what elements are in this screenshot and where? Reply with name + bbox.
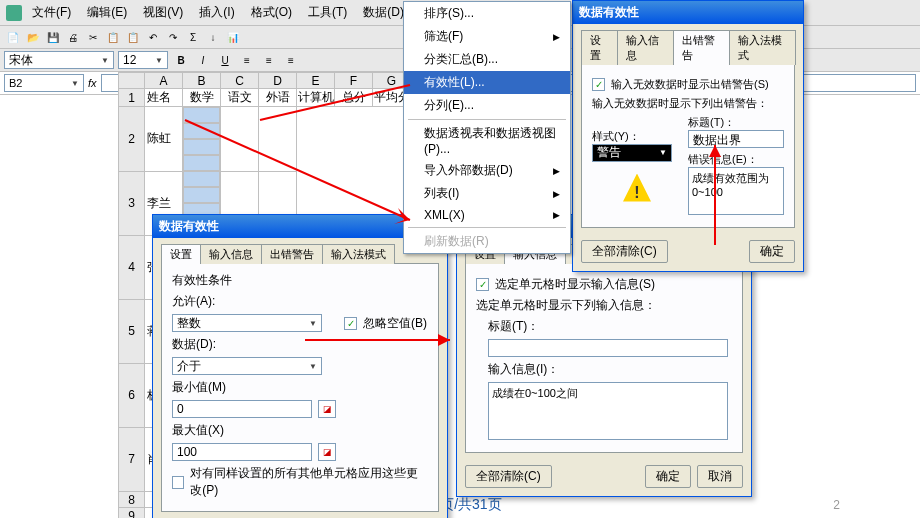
cut-icon[interactable]: ✂ xyxy=(84,28,102,46)
tab-settings[interactable]: 设置 xyxy=(581,30,618,65)
ref-button[interactable]: ◪ xyxy=(318,443,336,461)
tab-ime[interactable]: 输入法模式 xyxy=(322,244,395,264)
menu-list[interactable]: 列表(I)▶ xyxy=(404,182,570,205)
dialog-title: 数据有效性 xyxy=(579,4,639,21)
ref-button[interactable]: ◪ xyxy=(318,400,336,418)
style-select[interactable]: 警告▼ xyxy=(592,144,672,162)
save-icon[interactable]: 💾 xyxy=(44,28,62,46)
menu-validation[interactable]: 有效性(L)... xyxy=(404,71,570,94)
cell-B1[interactable]: 数学 xyxy=(183,89,221,107)
criteria-label: 有效性条件 xyxy=(172,272,428,289)
print-icon[interactable]: 🖨 xyxy=(64,28,82,46)
dialog-validation-settings: 数据有效性 ✕ 设置 输入信息 出错警告 输入法模式 有效性条件 允许(A): … xyxy=(152,214,448,518)
size-select[interactable]: 12▼ xyxy=(118,51,168,69)
error-msg-textarea[interactable]: 成绩有效范围为0~100 xyxy=(688,167,784,215)
allow-select[interactable]: 整数▼ xyxy=(172,314,322,332)
max-input[interactable]: 100 xyxy=(172,443,312,461)
italic-icon[interactable]: I xyxy=(194,51,212,69)
tab-error-alert[interactable]: 出错警告 xyxy=(261,244,323,264)
fx-icon[interactable]: fx xyxy=(88,77,97,89)
menu-edit[interactable]: 编辑(E) xyxy=(81,2,133,23)
chart-icon[interactable]: 📊 xyxy=(224,28,242,46)
bold-icon[interactable]: B xyxy=(172,51,190,69)
redo-icon[interactable]: ↷ xyxy=(164,28,182,46)
col-C[interactable]: C xyxy=(221,73,259,89)
tab-input-msg[interactable]: 输入信息 xyxy=(617,30,674,65)
ok-button[interactable]: 确定 xyxy=(749,240,795,263)
menu-refresh: 刷新数据(R) xyxy=(404,230,570,253)
message-textarea[interactable]: 成绩在0~100之间 xyxy=(488,382,728,440)
tab-error-alert[interactable]: 出错警告 xyxy=(673,30,730,65)
cell-F1[interactable]: 总分 xyxy=(335,89,373,107)
min-input[interactable]: 0 xyxy=(172,400,312,418)
col-B[interactable]: B xyxy=(183,73,221,89)
dialog-validation-error: 数据有效性 设置 输入信息 出错警告 输入法模式 ✓输入无效数据时显示出错警告(… xyxy=(572,0,804,272)
underline-icon[interactable]: U xyxy=(216,51,234,69)
menu-view[interactable]: 视图(V) xyxy=(137,2,189,23)
new-icon[interactable]: 📄 xyxy=(4,28,22,46)
clear-all-button[interactable]: 全部清除(C) xyxy=(465,465,552,488)
tab-ime[interactable]: 输入法模式 xyxy=(729,30,796,65)
menu-sort[interactable]: 排序(S)... xyxy=(404,2,570,25)
name-box[interactable]: B2▼ xyxy=(4,74,84,92)
apply-all-checkbox[interactable] xyxy=(172,476,184,489)
ignore-blank-checkbox[interactable]: ✓ xyxy=(344,317,357,330)
menu-insert[interactable]: 插入(I) xyxy=(193,2,240,23)
cell-C1[interactable]: 语文 xyxy=(221,89,259,107)
align-left-icon[interactable]: ≡ xyxy=(238,51,256,69)
clear-all-button[interactable]: 全部清除(C) xyxy=(581,240,668,263)
open-icon[interactable]: 📂 xyxy=(24,28,42,46)
menu-filter[interactable]: 筛选(F)▶ xyxy=(404,25,570,48)
app-icon xyxy=(6,5,22,21)
col-D[interactable]: D xyxy=(259,73,297,89)
titlebar[interactable]: 数据有效性 xyxy=(573,1,803,24)
error-title-input[interactable]: 数据出界 xyxy=(688,130,784,148)
show-input-checkbox[interactable]: ✓ xyxy=(476,278,489,291)
col-A[interactable]: A xyxy=(145,73,183,89)
menu-import[interactable]: 导入外部数据(D)▶ xyxy=(404,159,570,182)
cell-D1[interactable]: 外语 xyxy=(259,89,297,107)
menu-subtotal[interactable]: 分类汇总(B)... xyxy=(404,48,570,71)
menu-file[interactable]: 文件(F) xyxy=(26,2,77,23)
font-select[interactable]: 宋体▼ xyxy=(4,51,114,69)
cell-E1[interactable]: 计算机 xyxy=(297,89,335,107)
cell-A1[interactable]: 姓名 xyxy=(145,89,183,107)
cancel-button[interactable]: 取消 xyxy=(697,465,743,488)
align-center-icon[interactable]: ≡ xyxy=(260,51,278,69)
page-number: 2 xyxy=(833,498,840,512)
row-1[interactable]: 1 xyxy=(119,89,145,107)
col-E[interactable]: E xyxy=(297,73,335,89)
warning-icon: ! xyxy=(623,174,651,202)
show-error-checkbox[interactable]: ✓ xyxy=(592,78,605,91)
undo-icon[interactable]: ↶ xyxy=(144,28,162,46)
sum-icon[interactable]: Σ xyxy=(184,28,202,46)
menu-format[interactable]: 格式(O) xyxy=(245,2,298,23)
title-input[interactable] xyxy=(488,339,728,357)
copy-icon[interactable]: 📋 xyxy=(104,28,122,46)
paste-icon[interactable]: 📋 xyxy=(124,28,142,46)
menu-tools[interactable]: 工具(T) xyxy=(302,2,353,23)
data-menu-dropdown: 排序(S)... 筛选(F)▶ 分类汇总(B)... 有效性(L)... 分列(… xyxy=(403,1,571,254)
align-right-icon[interactable]: ≡ xyxy=(282,51,300,69)
tab-settings[interactable]: 设置 xyxy=(161,244,201,264)
menu-pivot[interactable]: 数据透视表和数据透视图(P)... xyxy=(404,122,570,159)
dialog-title: 数据有效性 xyxy=(159,218,219,235)
tab-input-msg[interactable]: 输入信息 xyxy=(200,244,262,264)
sort-icon[interactable]: ↓ xyxy=(204,28,222,46)
col-F[interactable]: F xyxy=(335,73,373,89)
menu-text-to-columns[interactable]: 分列(E)... xyxy=(404,94,570,117)
data-select[interactable]: 介于▼ xyxy=(172,357,322,375)
menu-xml[interactable]: XML(X)▶ xyxy=(404,205,570,225)
ok-button[interactable]: 确定 xyxy=(645,465,691,488)
